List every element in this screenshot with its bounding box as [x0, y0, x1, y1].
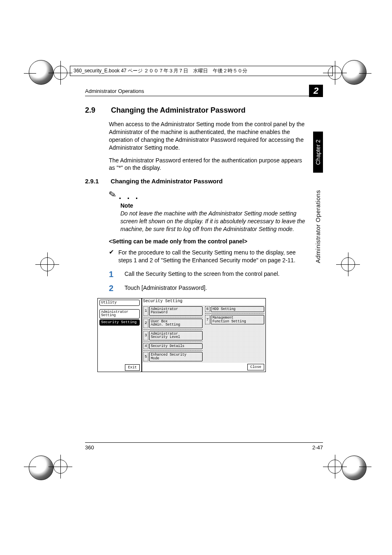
subsection-title: Changing the Administrator Password: [111, 178, 223, 185]
paragraph: When access to the Administrator Setting…: [109, 120, 307, 152]
registration-mark: [342, 456, 367, 480]
item-number: 6: [205, 306, 210, 312]
mgmt-function-button[interactable]: Management Function Setting: [211, 315, 264, 324]
running-header: Administrator Operations: [85, 88, 313, 96]
step-text: Call the Security Setting to the screen …: [125, 270, 279, 278]
footer-right: 2-47: [312, 444, 323, 451]
checklist-item: ✔ For the procedure to call the Security…: [109, 249, 307, 264]
paragraph: The Administrator Password entered for t…: [109, 157, 307, 172]
footer-left: 360: [85, 444, 94, 451]
crosshair-icon: [40, 257, 54, 271]
embedded-screenshot: Utility Administrator Setting Security S…: [97, 298, 266, 372]
screenshot-sidebar: Utility Administrator Setting Security S…: [98, 298, 142, 372]
security-setting-tab[interactable]: Security Setting: [99, 319, 140, 326]
note-heading: Note: [120, 202, 307, 209]
admin-setting-tab[interactable]: Administrator Setting: [99, 309, 140, 319]
section-heading: 2.9 Changing the Administrator Password: [85, 106, 307, 115]
running-header-text: Administrator Operations: [85, 88, 144, 94]
content-area: 2.9 Changing the Administrator Password …: [85, 106, 307, 372]
exit-button[interactable]: Exit: [125, 364, 140, 371]
crop-line: [359, 467, 371, 467]
item-number: 2: [143, 319, 148, 328]
hdd-setting-button[interactable]: HDD Setting: [211, 306, 264, 312]
source-file-banner: 360_security_E.book 47 ページ ２００７年３月７日 水曜日…: [70, 66, 333, 76]
step: 1 Call the Security Setting to the scree…: [109, 270, 307, 278]
admin-password-button[interactable]: Administrator Password: [149, 306, 203, 316]
step-number: 2: [109, 284, 116, 292]
item-number: 4: [143, 343, 148, 349]
crop-line: [24, 467, 36, 467]
note-text: Do not leave the machine with the Admini…: [120, 210, 307, 233]
check-icon: ✔: [109, 249, 114, 264]
checklist-text: For the procedure to call the Security S…: [118, 249, 307, 264]
utility-tab[interactable]: Utility: [99, 300, 140, 306]
item-number: 5: [143, 352, 148, 361]
inline-subheading: <Setting can be made only from the contr…: [109, 238, 307, 245]
user-box-admin-button[interactable]: User Box Admin. Setting: [149, 319, 203, 328]
note-icon: ✎: [108, 189, 117, 201]
side-tab-chapter: Chapter 2: [313, 132, 323, 173]
step: 2 Touch [Administrator Password].: [109, 284, 307, 292]
step-number: 1: [109, 270, 116, 278]
crosshair-icon: [53, 460, 67, 474]
section-number: 2.9: [85, 106, 109, 115]
admin-security-level-button[interactable]: Administrator Security Level: [149, 331, 203, 340]
enhanced-security-button[interactable]: Enhanced Security Mode: [149, 352, 203, 361]
close-button[interactable]: Close: [247, 364, 264, 370]
subsection-number: 2.9.1: [85, 178, 109, 185]
page: 360_security_E.book 47 ページ ２００７年３月７日 水曜日…: [0, 0, 392, 555]
crosshair-icon: [328, 460, 342, 474]
crosshair-icon: [341, 257, 355, 271]
item-number: 3: [143, 331, 148, 340]
page-footer: 360 2-47: [85, 442, 323, 451]
step-text: Touch [Administrator Password].: [125, 284, 207, 292]
crop-line: [359, 73, 371, 74]
chapter-number-box: 2: [309, 85, 323, 97]
side-tab-section: Administrator Operations: [314, 181, 321, 263]
crosshair-icon: [53, 66, 67, 80]
subsection-heading: 2.9.1 Changing the Administrator Passwor…: [85, 178, 307, 185]
section-title: Changing the Administrator Password: [111, 106, 245, 114]
item-number: 1: [143, 306, 148, 316]
crop-line: [24, 73, 36, 74]
screenshot-title: Security Setting: [142, 298, 265, 305]
ellipsis-icon: . . .: [119, 191, 140, 201]
item-number: 7: [205, 315, 210, 324]
registration-mark: [29, 456, 53, 480]
registration-mark: [342, 60, 367, 85]
registration-mark: [29, 60, 53, 85]
security-details-button[interactable]: Security Details: [149, 343, 203, 349]
note-block: ✎. . . Note Do not leave the machine wit…: [109, 190, 307, 233]
